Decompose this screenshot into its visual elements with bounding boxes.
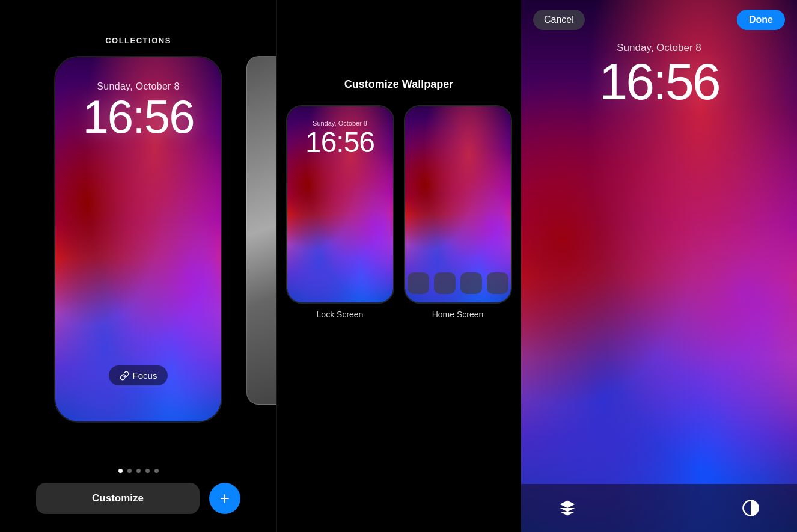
lock-time: 16:56 xyxy=(82,93,194,140)
editor-top-bar: Cancel Done xyxy=(521,0,797,40)
dot-2 xyxy=(127,469,132,473)
dot-1 xyxy=(118,469,123,473)
home-screen-choice[interactable]: Home Screen xyxy=(404,105,512,319)
wallpaper-choices: Sunday, October 8 16:56 Lock Screen xyxy=(286,105,512,319)
lock-screen-preview[interactable]: Sunday, October 8 16:56 xyxy=(286,105,394,304)
panel-collections: COLLECTIONS Sunday, October 8 16:56 Focu… xyxy=(0,0,276,532)
done-button[interactable]: Done xyxy=(737,10,785,30)
phone-screen: Sunday, October 8 16:56 Focus xyxy=(55,57,221,421)
phone-mockup-secondary xyxy=(246,56,276,405)
dock-icon-3 xyxy=(460,272,482,294)
home-screen-label: Home Screen xyxy=(432,310,484,319)
cancel-button[interactable]: Cancel xyxy=(533,10,585,30)
lock-screen-label: Lock Screen xyxy=(317,310,364,319)
circle-half-icon[interactable] xyxy=(741,498,761,518)
bottom-action-bar: Customize + xyxy=(36,483,240,514)
dot-5 xyxy=(154,469,159,473)
layers-icon[interactable] xyxy=(557,498,578,518)
lock-screen-choice[interactable]: Sunday, October 8 16:56 Lock Screen xyxy=(286,105,394,319)
collections-label: COLLECTIONS xyxy=(105,36,171,45)
home-screen-preview[interactable] xyxy=(404,105,512,304)
focus-button[interactable]: Focus xyxy=(109,365,168,385)
dot-3 xyxy=(136,469,141,473)
phone-mockup-primary[interactable]: Sunday, October 8 16:56 Focus xyxy=(54,56,222,423)
add-button[interactable]: + xyxy=(209,483,240,514)
dock-icon-2 xyxy=(434,272,456,294)
customize-wallpaper-title: Customize Wallpaper xyxy=(344,78,453,91)
customize-button[interactable]: Customize xyxy=(36,483,200,514)
dot-4 xyxy=(145,469,150,473)
choice-lock-time: 16:56 xyxy=(305,127,374,159)
home-dock xyxy=(408,272,508,294)
home-screen-overlay xyxy=(405,106,511,302)
page-dots xyxy=(118,469,159,473)
lock-screen-content: Sunday, October 8 16:56 xyxy=(287,106,393,302)
panel-customize-wallpaper: Customize Wallpaper Sunday, October 8 16… xyxy=(276,0,521,532)
link-icon xyxy=(120,371,129,381)
panel-lock-screen-editor: Cancel Done Sunday, October 8 16:56 xyxy=(521,0,797,532)
focus-button-label: Focus xyxy=(133,370,157,381)
phone-container: Sunday, October 8 16:56 Focus xyxy=(0,56,276,458)
dock-icon-4 xyxy=(487,272,508,294)
editor-time: 16:56 xyxy=(521,55,797,107)
dock-icon-1 xyxy=(408,272,429,294)
editor-bottom-bar xyxy=(521,484,797,532)
